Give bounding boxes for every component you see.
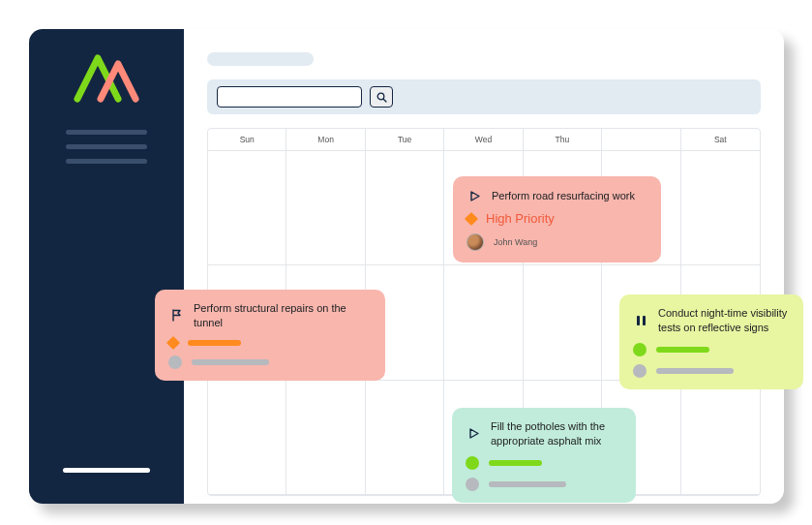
event-title: Conduct night-time visibility tests on r… bbox=[658, 306, 790, 335]
day-header: Tue bbox=[366, 129, 444, 150]
nav-item[interactable] bbox=[66, 130, 147, 135]
calendar: Sun Mon Tue Wed Thu Sat bbox=[207, 128, 761, 496]
event-card-visibility[interactable]: Conduct night-time visibility tests on r… bbox=[619, 294, 803, 389]
status-dot bbox=[168, 355, 182, 369]
nav-item[interactable] bbox=[66, 144, 147, 149]
status-dot bbox=[633, 364, 647, 378]
nav-menu bbox=[66, 130, 147, 164]
event-card-tunnel[interactable]: Perform structural repairs on the tunnel bbox=[155, 290, 385, 381]
day-header: Sun bbox=[208, 129, 286, 150]
calendar-cell[interactable] bbox=[524, 265, 602, 379]
placeholder-bar bbox=[188, 340, 241, 346]
diamond-icon bbox=[166, 336, 180, 350]
nav-item[interactable] bbox=[66, 159, 147, 164]
placeholder-bar bbox=[489, 481, 566, 487]
status-dot bbox=[633, 343, 647, 356]
play-icon bbox=[466, 188, 482, 203]
day-header: Mon bbox=[286, 129, 365, 150]
search-button[interactable] bbox=[370, 86, 393, 108]
sidebar-footer-item[interactable] bbox=[63, 468, 150, 473]
diamond-icon bbox=[465, 211, 478, 225]
day-header: Wed bbox=[444, 129, 523, 150]
sidebar bbox=[29, 29, 184, 504]
calendar-cell[interactable] bbox=[444, 265, 523, 379]
flag-icon bbox=[168, 308, 184, 324]
day-header bbox=[602, 129, 680, 150]
placeholder-bar bbox=[489, 460, 542, 466]
event-card-potholes[interactable]: Fill the potholes with the appropriate a… bbox=[452, 408, 636, 503]
event-card-resurface[interactable]: Perform road resurfacing work High Prior… bbox=[453, 176, 661, 262]
pause-icon bbox=[633, 313, 648, 328]
main-content: Sun Mon Tue Wed Thu Sat bbox=[184, 29, 784, 504]
calendar-cell[interactable] bbox=[208, 381, 286, 494]
avatar bbox=[466, 233, 484, 251]
calendar-cell[interactable] bbox=[366, 381, 444, 494]
calendar-cell[interactable] bbox=[681, 151, 760, 264]
priority-label: High Priority bbox=[486, 211, 555, 226]
search-icon bbox=[376, 92, 387, 103]
svg-line-1 bbox=[383, 99, 386, 102]
page-title-placeholder bbox=[207, 52, 314, 66]
day-header: Thu bbox=[524, 129, 602, 150]
calendar-cell[interactable] bbox=[366, 151, 444, 264]
calendar-cell[interactable] bbox=[286, 381, 365, 494]
placeholder-bar bbox=[656, 347, 709, 353]
event-title: Perform structural repairs on the tunnel bbox=[194, 301, 372, 330]
search-input[interactable] bbox=[217, 86, 362, 108]
calendar-header: Sun Mon Tue Wed Thu Sat bbox=[208, 129, 760, 151]
placeholder-bar bbox=[656, 368, 734, 374]
assignee-name: John Wang bbox=[494, 237, 537, 247]
calendar-body: Perform road resurfacing work High Prior… bbox=[208, 151, 760, 495]
svg-rect-3 bbox=[643, 316, 646, 325]
status-dot bbox=[466, 478, 479, 491]
day-header: Sat bbox=[681, 129, 760, 150]
event-title: Fill the potholes with the appropriate a… bbox=[491, 419, 622, 448]
calendar-cell[interactable] bbox=[681, 381, 760, 494]
status-dot bbox=[466, 456, 479, 470]
svg-rect-2 bbox=[637, 316, 640, 325]
play-icon bbox=[466, 426, 481, 442]
calendar-cell[interactable] bbox=[286, 151, 365, 264]
calendar-cell[interactable] bbox=[208, 151, 286, 264]
app-window: Sun Mon Tue Wed Thu Sat bbox=[29, 29, 784, 504]
logo bbox=[72, 52, 141, 108]
event-title: Perform road resurfacing work bbox=[492, 189, 647, 203]
search-bar bbox=[207, 79, 761, 114]
placeholder-bar bbox=[192, 359, 269, 365]
